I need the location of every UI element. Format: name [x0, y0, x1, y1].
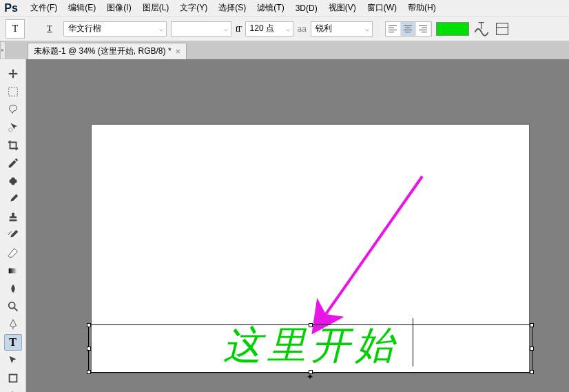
menu-file[interactable]: 文件(F): [25, 0, 63, 16]
history-brush-tool[interactable]: [4, 227, 22, 243]
text-orientation-toggle[interactable]: T: [40, 19, 59, 39]
font-size-dropdown[interactable]: 120 点: [245, 21, 293, 37]
text-bounding-box[interactable]: ✦ 这里开始: [88, 324, 532, 373]
handle-top-right[interactable]: [530, 323, 534, 327]
menu-window[interactable]: 窗口(W): [362, 0, 402, 16]
antialias-value: 锐利: [315, 23, 332, 34]
hand-tool[interactable]: [4, 388, 22, 392]
antialias-label: aa: [298, 24, 307, 34]
type-tool[interactable]: T: [4, 334, 22, 351]
ps-logo: Ps: [3, 1, 19, 15]
svg-line-11: [326, 176, 422, 314]
antialias-dropdown[interactable]: 锐利: [311, 21, 373, 37]
handle-bot-right[interactable]: [530, 370, 534, 374]
align-right-button[interactable]: [416, 22, 431, 36]
text-cursor: [413, 318, 413, 367]
menu-help[interactable]: 帮助(H): [402, 0, 442, 16]
font-size-icon: tT: [236, 23, 241, 34]
move-tool[interactable]: [4, 65, 22, 82]
work-area[interactable]: ✦ 这里开始: [26, 59, 569, 392]
warp-text-button[interactable]: T: [473, 22, 490, 36]
svg-point-8: [8, 302, 14, 309]
pen-tool[interactable]: [4, 316, 22, 333]
menu-edit[interactable]: 编辑(E): [63, 0, 101, 16]
svg-line-9: [14, 308, 17, 311]
menu-bar: Ps 文件(F) 编辑(E) 图像(I) 图层(L) 文字(Y) 选择(S) 滤…: [0, 0, 569, 17]
annotation-arrow: [319, 176, 429, 330]
document-tab-strip: 未标题-1 @ 34% (这里开始, RGB/8) * ×: [0, 41, 569, 59]
path-select-tool[interactable]: [4, 352, 22, 369]
text-color-swatch[interactable]: [436, 22, 469, 36]
document-tab[interactable]: 未标题-1 @ 34% (这里开始, RGB/8) * ×: [28, 43, 187, 59]
tool-preset-icon[interactable]: T: [6, 19, 25, 39]
menu-select[interactable]: 选择(S): [213, 0, 251, 16]
font-family-value: 华文行楷: [68, 23, 101, 34]
menu-layer[interactable]: 图层(L): [137, 0, 175, 16]
menu-filter[interactable]: 滤镜(T): [251, 0, 289, 16]
menu-3d[interactable]: 3D(D): [290, 1, 323, 15]
toolbox: T: [0, 59, 26, 392]
panel-toggle-button[interactable]: [494, 22, 510, 36]
eraser-tool[interactable]: [4, 245, 22, 261]
font-size-value: 120 点: [250, 23, 274, 34]
quick-select-tool[interactable]: [4, 119, 22, 136]
svg-rect-6: [11, 178, 14, 185]
svg-rect-3: [8, 87, 17, 96]
gradient-tool[interactable]: [4, 262, 22, 279]
align-left-button[interactable]: [386, 22, 401, 36]
handle-mid-left[interactable]: [87, 347, 91, 351]
crop-tool[interactable]: [4, 137, 22, 154]
handle-bot-left[interactable]: [87, 370, 91, 374]
menu-view[interactable]: 视图(V): [323, 0, 362, 16]
marquee-tool[interactable]: [4, 83, 22, 100]
menu-image[interactable]: 图像(I): [101, 0, 136, 16]
panel-collapse-handle[interactable]: [0, 41, 6, 59]
options-bar: T T 华文行楷 tT 120 点 aa 锐利 T: [0, 17, 569, 41]
align-center-button[interactable]: [401, 22, 416, 36]
menu-type[interactable]: 文字(Y): [174, 0, 213, 16]
lasso-tool[interactable]: [4, 101, 22, 118]
font-style-dropdown[interactable]: [171, 21, 231, 37]
handle-mid-right[interactable]: [530, 347, 534, 351]
svg-rect-10: [9, 375, 17, 382]
healing-tool[interactable]: [4, 173, 22, 189]
font-family-dropdown[interactable]: 华文行楷: [63, 21, 167, 37]
tab-close-button[interactable]: ×: [176, 46, 181, 56]
blur-tool[interactable]: [4, 280, 22, 297]
svg-text:T: T: [478, 21, 484, 31]
transform-anchor-icon[interactable]: ✦: [307, 372, 313, 382]
shape-tool[interactable]: [4, 370, 22, 386]
stamp-tool[interactable]: [4, 209, 22, 225]
svg-rect-7: [8, 268, 17, 273]
document-tab-title: 未标题-1 @ 34% (这里开始, RGB/8) *: [34, 45, 172, 57]
dodge-tool[interactable]: [4, 298, 22, 315]
svg-point-4: [8, 128, 12, 132]
svg-rect-1: [497, 23, 508, 34]
canvas[interactable]: ✦ 这里开始: [92, 125, 529, 373]
brush-tool[interactable]: [4, 191, 22, 207]
text-align-group: [385, 21, 432, 37]
handle-top-left[interactable]: [87, 323, 91, 327]
text-layer-content[interactable]: 这里开始: [223, 320, 400, 372]
eyedropper-tool[interactable]: [4, 155, 22, 172]
